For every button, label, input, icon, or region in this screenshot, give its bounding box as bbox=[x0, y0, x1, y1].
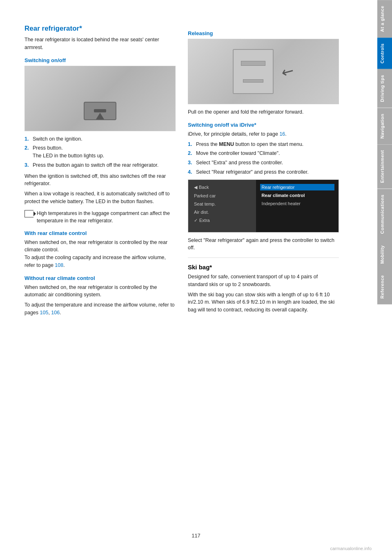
note-box: High temperatures in the luggage compart… bbox=[24, 210, 176, 224]
left-column: Rear refrigerator* The rear refrigerator… bbox=[24, 25, 176, 530]
menu-right-panel: Rear refrigerator Rear climate control I… bbox=[256, 180, 339, 232]
sidebar-tab-at-glance[interactable]: At a glance bbox=[377, 0, 392, 38]
switching-title: Switching on/off bbox=[24, 57, 176, 63]
switching-idrive-title: Switching on/off via iDrive* bbox=[188, 122, 339, 128]
main-title: Rear refrigerator* bbox=[24, 25, 176, 33]
back-label: Back bbox=[199, 185, 209, 190]
page-106-link[interactable]: 106 bbox=[51, 310, 60, 316]
ski-bag-para2: With the ski bag you can stow skis with … bbox=[188, 291, 339, 314]
para2: When a low voltage is reached, it is aut… bbox=[24, 190, 176, 206]
with-rear-text: When switched on, the rear refrigerator … bbox=[24, 239, 176, 269]
sidebar-tab-navigation[interactable]: Navigation bbox=[377, 108, 392, 144]
ski-bag-para1: Designed for safe, convenient transport … bbox=[188, 273, 339, 289]
menu-rear-climate: Rear climate control bbox=[260, 192, 334, 199]
idrive-intro: iDrive, for principle details, refer to … bbox=[188, 130, 339, 138]
menu-extra: ✓ Extra bbox=[192, 217, 252, 224]
releasing-text: Pull on the opener and fold the refriger… bbox=[188, 108, 339, 116]
idrive-step-2: 2. Move the controller toward "Climate". bbox=[188, 150, 339, 157]
menu-left-panel: ◀ Back Parked car Seat temp. Air dist. ✓… bbox=[188, 180, 256, 232]
watermark: carmanualonline.info bbox=[330, 546, 372, 551]
menu-back-item: ◀ Back bbox=[192, 184, 252, 191]
menu-parked-car: Parked car bbox=[192, 192, 252, 199]
menu-air-dist: Air dist. bbox=[192, 209, 252, 215]
idrive-steps-list: 1. Press the MENU button to open the sta… bbox=[188, 141, 339, 176]
idrive-step-3: 3. Select "Extra" and press the controll… bbox=[188, 159, 339, 167]
ski-bag-title: Ski bag* bbox=[188, 264, 339, 271]
select-text: Select "Rear refrigerator" again and pre… bbox=[188, 237, 339, 252]
section-divider bbox=[188, 257, 339, 258]
sidebar-tab-entertainment[interactable]: Entertainment bbox=[377, 144, 392, 188]
intro-text: The rear refrigerator is located behind … bbox=[24, 36, 176, 51]
step-3: 3. Press the button again to switch off … bbox=[24, 161, 176, 169]
without-rear-title: Without rear climate control bbox=[24, 275, 176, 281]
menu-rear-refrigerator: Rear refrigerator bbox=[260, 184, 334, 190]
page-105-link[interactable]: 105 bbox=[40, 310, 49, 316]
page-container: Rear refrigerator* The rear refrigerator… bbox=[0, 0, 392, 555]
switch-visual bbox=[25, 66, 175, 131]
step-1: 1. Switch on the ignition. bbox=[24, 135, 176, 143]
sidebar-tab-communications[interactable]: Communications bbox=[377, 189, 392, 239]
releasing-visual: ↙ bbox=[188, 39, 339, 104]
note-text: High temperatures in the luggage compart… bbox=[37, 210, 176, 224]
page-number: 117 bbox=[192, 533, 200, 539]
menu-image: ◀ Back Parked car Seat temp. Air dist. ✓… bbox=[188, 179, 339, 233]
main-content: Rear refrigerator* The rear refrigerator… bbox=[0, 0, 377, 555]
right-column: Releasing ↙ Pull on the opener and fold … bbox=[188, 25, 339, 530]
with-rear-title: With rear climate control bbox=[24, 230, 176, 236]
idrive-step-1: 1. Press the MENU button to open the sta… bbox=[188, 141, 339, 148]
page-108-link[interactable]: 108 bbox=[55, 262, 63, 268]
sidebar-tab-driving[interactable]: Driving tips bbox=[377, 69, 392, 108]
idrive-step-4: 4. Select "Rear refrigerator" and press … bbox=[188, 168, 339, 176]
without-rear-text2: To adjust the temperature and increase t… bbox=[24, 301, 176, 317]
arrow-icon bbox=[96, 113, 104, 119]
releasing-title: Releasing bbox=[188, 30, 339, 36]
switch-image bbox=[24, 66, 176, 131]
menu-seat-temp: Seat temp. bbox=[192, 201, 252, 207]
sidebar-tab-reference[interactable]: Reference bbox=[377, 269, 392, 304]
para1: When the ignition is switched off, this … bbox=[24, 172, 176, 188]
page-16-link[interactable]: 16 bbox=[279, 131, 285, 137]
menu-independent-heater: Independent heater bbox=[260, 200, 334, 207]
step-2: 2. Press button.The LED in the button li… bbox=[24, 144, 176, 160]
note-icon bbox=[24, 210, 33, 217]
releasing-image: ↙ bbox=[188, 39, 339, 104]
menu-visual: ◀ Back Parked car Seat temp. Air dist. ✓… bbox=[188, 180, 339, 232]
sidebar-tab-mobility[interactable]: Mobility bbox=[377, 239, 392, 270]
sidebar: At a glance Controls Driving tips Naviga… bbox=[377, 0, 392, 555]
without-rear-text1: When switched on, the rear refrigerator … bbox=[24, 284, 176, 299]
sidebar-tab-controls[interactable]: Controls bbox=[377, 38, 392, 69]
steps-list: 1. Switch on the ignition. 2. Press butt… bbox=[24, 135, 176, 169]
